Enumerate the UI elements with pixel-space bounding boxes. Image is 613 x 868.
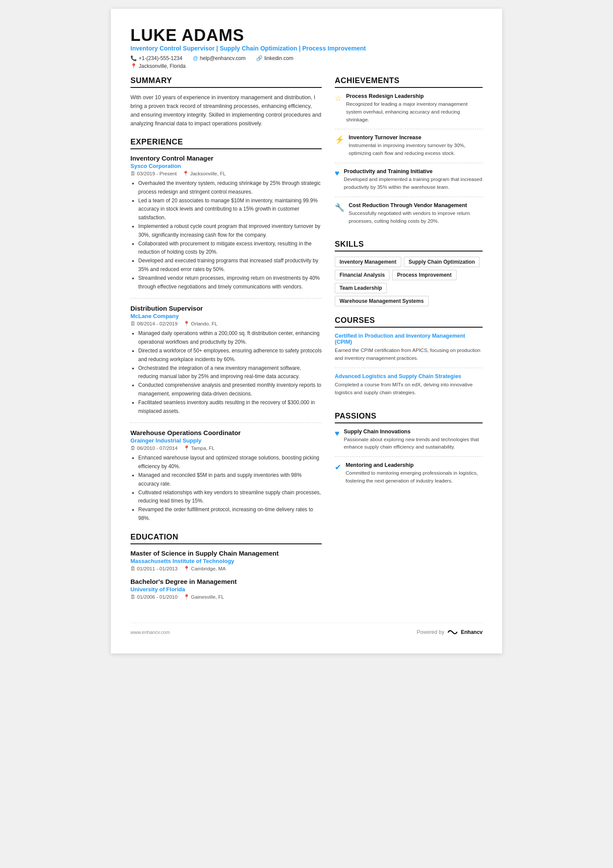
passions-section: PASSIONS ♥ Supply Chain Innovations Pass… [335,412,483,490]
skill-1: Supply Chain Optimization [404,257,480,267]
passion-2-text: Committed to mentoring emerging professi… [346,469,483,485]
skill-0: Inventory Management [335,257,401,267]
job-3-bullets: Enhanced warehouse layout and optimized … [130,454,322,523]
email-icon: @ [193,55,198,61]
edu-1-meta: 🗓 01/2011 - 01/2013 📍 Cambridge, MA [130,566,322,572]
ach-4-title: Cost Reduction Through Vendor Management [349,202,483,208]
pin-icon-edu2: 📍 [183,594,190,600]
linkedin-contact: 🔗 linkedin.com [256,55,293,61]
passion-check-icon: ✔ [335,462,341,485]
job-2-location: 📍 Orlando, FL [183,321,217,327]
bullet: Implemented a robust cycle count program… [138,222,322,240]
passion-1-title: Supply Chain Innovations [344,429,483,435]
achievement-1: ☆ Process Redesign Leadership Recognized… [335,93,483,129]
bullet: Orchestrated the integration of a new in… [138,364,322,382]
heart-icon: ♥ [335,169,340,191]
skill-3: Process Improvement [392,270,456,280]
courses-section: COURSES Certified in Production and Inve… [335,316,483,402]
edu-1: Master of Science in Supply Chain Manage… [130,550,322,572]
pin-icon-3: 📍 [183,445,190,451]
contact-info: 📞 +1-(234)-555-1234 @ help@enhancv.com 🔗… [130,55,483,61]
skill-2: Financial Analysis [335,270,390,280]
edu-2: Bachelor's Degree in Management Universi… [130,578,322,600]
ach-3-title: Productivity and Training Initiative [344,168,483,174]
bullet: Led a team of 20 associates to manage $1… [138,197,322,222]
job-2-company: McLane Company [130,313,322,319]
edu-1-location: 📍 Cambridge, MA [183,566,226,572]
edu-2-meta: 🗓 01/2006 - 01/2010 📍 Gainesville, FL [130,594,322,600]
candidate-title: Inventory Control Supervisor | Supply Ch… [130,45,483,52]
summary-section: SUMMARY With over 10 years of experience… [130,76,322,128]
bullet: Managed daily operations within a 200,00… [138,329,322,347]
job-1-title: Inventory Control Manager [130,154,322,162]
job-3: Warehouse Operations Coordinator Grainge… [130,429,322,523]
course-1-name: Certified in Production and Inventory Ma… [335,333,483,345]
bullet: Conducted comprehensive analysis and pre… [138,381,322,399]
footer-website: www.enhancv.com [130,630,170,635]
edu-2-degree: Bachelor's Degree in Management [130,578,322,585]
summary-title: SUMMARY [130,76,322,88]
job-1: Inventory Control Manager Sysco Corporat… [130,154,322,291]
job-3-date: 🗓 06/2010 - 07/2014 [130,445,177,451]
ach-2-text: Instrumental in improving inventory turn… [349,142,483,158]
divider-2 [130,422,322,423]
bullet: Overhauled the inventory system, reducin… [138,179,322,197]
location-contact: 📍 Jacksonville, Florida [130,63,186,69]
job-2-date: 🗓 08/2014 - 02/2019 [130,321,177,327]
course-2: Advanced Logistics and Supply Chain Stra… [335,373,483,402]
ach-2-title: Inventory Turnover Increase [349,134,483,141]
main-content: SUMMARY With over 10 years of experience… [130,76,483,610]
course-2-text: Completed a course from MITx on edX, del… [335,381,483,397]
ach-1-text: Recognized for leading a major inventory… [346,101,483,124]
job-1-company: Sysco Corporation [130,163,322,169]
location-row: 📍 Jacksonville, Florida [130,63,483,69]
left-column: SUMMARY With over 10 years of experience… [130,76,322,610]
skills-list: Inventory Management Supply Chain Optimi… [335,257,483,306]
bolt-icon: ⚡ [335,135,344,158]
enhancv-logo-icon [446,628,459,636]
job-1-date: 🗓 03/2019 - Present [130,171,177,177]
bullet: Enhanced warehouse layout and optimized … [138,454,322,471]
bullet: Managed and reconciled $5M in parts and … [138,471,322,489]
location-icon: 📍 [130,63,137,69]
phone-icon: 📞 [130,55,137,61]
pin-icon-1: 📍 [183,171,189,177]
skills-title: SKILLS [335,240,483,251]
candidate-name: LUKE ADAMS [130,26,483,45]
linkedin-icon: 🔗 [256,55,263,61]
bullet: Collaborated with procurement to mitigat… [138,240,322,257]
right-column: ACHIEVEMENTS ☆ Process Redesign Leadersh… [335,76,483,610]
edu-1-date: 🗓 01/2011 - 01/2013 [130,566,177,572]
edu-1-degree: Master of Science in Supply Chain Manage… [130,550,322,557]
skill-4: Team Leadership [335,283,387,293]
calendar-icon-1: 🗓 [130,171,136,176]
ach-1-title: Process Redesign Leadership [346,93,483,99]
course-1: Certified in Production and Inventory Ma… [335,333,483,368]
job-1-meta: 🗓 03/2019 - Present 📍 Jacksonville, FL [130,171,322,177]
ach-3-text: Developed and implemented a training pro… [344,176,483,191]
job-2-title: Distribution Supervisor [130,305,322,312]
passions-title: PASSIONS [335,412,483,423]
job-3-location: 📍 Tampa, FL [183,445,214,451]
bullet: Streamlined vendor return processes, imp… [138,274,322,292]
experience-section: EXPERIENCE Inventory Control Manager Sys… [130,137,322,523]
phone-contact: 📞 +1-(234)-555-1234 [130,55,182,61]
star-icon: ☆ [335,94,342,124]
divider-1 [130,298,322,298]
achievements-title: ACHIEVEMENTS [335,76,483,88]
calendar-icon-3: 🗓 [130,446,136,451]
edu-1-school: Massachusetts Institute of Technology [130,558,322,564]
summary-text: With over 10 years of experience in inve… [130,93,322,128]
job-1-bullets: Overhauled the inventory system, reducin… [130,179,322,291]
education-section: EDUCATION Master of Science in Supply Ch… [130,533,322,600]
calendar-icon-edu1: 🗓 [130,566,136,571]
bullet: Developed and executed training programs… [138,257,322,274]
skill-5: Warehouse Management Systems [335,296,429,306]
bullet: Revamped the order fulfillment protocol,… [138,506,322,523]
bullet: Directed a workforce of 50+ employees, e… [138,347,322,364]
job-3-title: Warehouse Operations Coordinator [130,429,322,436]
calendar-icon-2: 🗓 [130,321,136,326]
education-title: EDUCATION [130,533,322,544]
ach-4-text: Successfully negotiated with vendors to … [349,210,483,225]
course-1-text: Earned the CPIM certification from APICS… [335,347,483,362]
